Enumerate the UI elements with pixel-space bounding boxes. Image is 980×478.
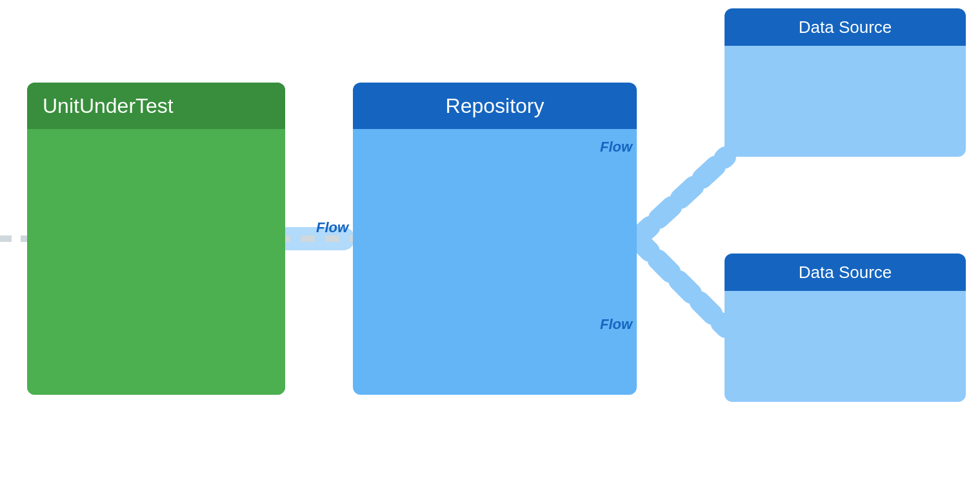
- flow-label-main: Flow: [316, 219, 348, 236]
- flow-label-bottom: Flow: [600, 316, 632, 333]
- diagram-container: UnitUnderTest Repository Data Source Dat…: [0, 0, 980, 478]
- datasource-top-body: [725, 46, 966, 157]
- repo-box-body: [353, 129, 637, 395]
- upper-flow-band: [637, 157, 726, 239]
- datasource-bottom-box: Data Source: [725, 254, 966, 402]
- datasource-top-header: Data Source: [725, 8, 966, 46]
- repo-box-header: Repository: [353, 83, 637, 129]
- repo-box-title: Repository: [446, 94, 545, 118]
- lower-flow-band: [637, 239, 726, 328]
- flow-label-top: Flow: [600, 139, 632, 155]
- repository-box: Repository: [353, 83, 637, 395]
- datasource-bottom-title: Data Source: [799, 263, 892, 283]
- datasource-bottom-header: Data Source: [725, 254, 966, 291]
- unit-box-body: [27, 129, 285, 395]
- datasource-top-box: Data Source: [725, 8, 966, 157]
- unit-box-title: UnitUnderTest: [43, 94, 174, 118]
- datasource-bottom-body: [725, 291, 966, 402]
- unit-box-header: UnitUnderTest: [27, 83, 285, 129]
- unit-under-test-box: UnitUnderTest: [27, 83, 285, 395]
- datasource-top-title: Data Source: [799, 17, 892, 37]
